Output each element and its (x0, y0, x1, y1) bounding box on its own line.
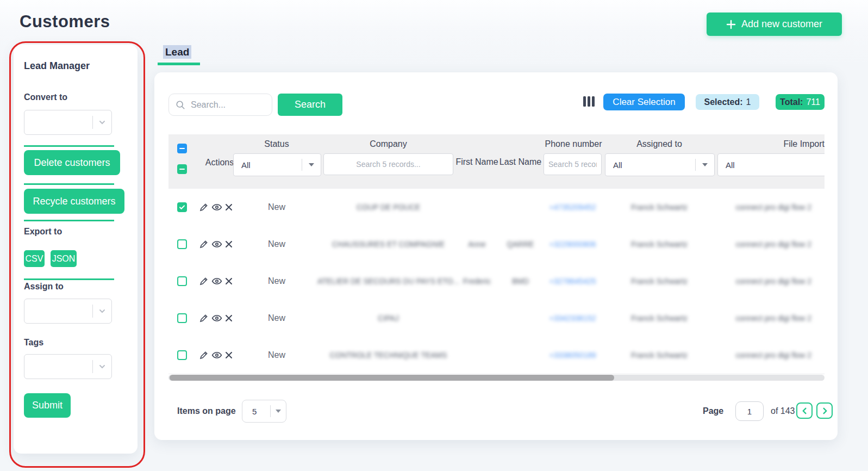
search-button-label: Search (295, 99, 326, 110)
delete-row-icon[interactable] (223, 263, 234, 300)
row-assigned-masked: Franck Schwartz (631, 277, 688, 286)
page-title: Customers (20, 12, 110, 32)
table-row: New CIPAJ +3342338152 Franck Schwartz co… (168, 300, 825, 337)
delete-customers-button[interactable]: Delete customers (24, 150, 120, 175)
edit-icon[interactable] (197, 337, 210, 374)
items-on-page-select[interactable]: 5 (242, 400, 286, 423)
divider (24, 278, 114, 280)
page-label: Page (703, 406, 723, 416)
assign-to-select[interactable] (24, 299, 112, 324)
delete-row-icon[interactable] (223, 226, 234, 263)
selected-count-badge: Selected: 1 (696, 94, 759, 110)
search-button[interactable]: Search (278, 94, 342, 116)
column-last-name: Last Name (497, 157, 544, 167)
chevron-down-icon (93, 363, 111, 370)
assigned-filter-select[interactable]: All (605, 153, 715, 176)
edit-icon[interactable] (197, 226, 210, 263)
row-file-import-masked: connect pro digi flow 2 (736, 240, 811, 249)
row-status: New (233, 337, 320, 374)
view-icon[interactable] (210, 226, 223, 263)
file-import-filter-value: All (718, 160, 825, 170)
page-number-input[interactable] (735, 401, 764, 421)
horizontal-scrollbar[interactable] (168, 375, 825, 381)
export-csv-button[interactable]: CSV (24, 250, 45, 267)
row-file-import-masked: connect pro digi flow 2 (736, 277, 811, 286)
deselect-all-checkbox[interactable] (177, 164, 187, 174)
table-row: New CONTROLE TECHNIQUE TEAMS +3338050189… (168, 337, 825, 374)
tab-lead-label: Lead (163, 45, 191, 59)
tags-select[interactable] (24, 354, 112, 379)
phone-filter-input[interactable] (544, 153, 602, 175)
previous-page-button[interactable] (796, 402, 813, 419)
row-company-masked: ATELIER DE SECOURS DU PAYS ETO... (317, 277, 459, 286)
table-header: Actions Status All Company First Name La… (168, 134, 825, 189)
row-checkbox[interactable] (177, 276, 187, 286)
row-checkbox[interactable] (177, 239, 187, 249)
company-filter-input[interactable] (323, 153, 453, 175)
next-page-button[interactable] (816, 402, 833, 419)
recycle-customers-button[interactable]: Recycle customers (24, 189, 124, 214)
export-json-button[interactable]: JSON (51, 250, 77, 267)
clear-selection-button[interactable]: Clear Selection (603, 94, 685, 110)
selected-label: Selected: (704, 97, 742, 107)
page-total-label: of 143 (771, 406, 795, 416)
chevron-down-icon (93, 307, 111, 315)
total-label: Total: (780, 97, 803, 107)
tab-active-underline (158, 63, 200, 65)
delete-row-icon[interactable] (223, 300, 234, 337)
row-company-masked: CHAUSSURES ET COMPAGNIE (332, 240, 445, 249)
export-json-label: JSON (52, 254, 76, 264)
tab-lead[interactable]: Lead (163, 46, 191, 58)
triangle-down-icon (696, 163, 714, 166)
select-all-checkbox[interactable] (177, 144, 187, 153)
delete-row-icon[interactable] (223, 337, 234, 374)
row-phone-masked[interactable]: +4735209452 (549, 203, 596, 212)
view-icon[interactable] (210, 300, 223, 337)
view-icon[interactable] (210, 263, 223, 300)
chevron-down-icon (93, 119, 111, 126)
column-file-import: File Import (743, 139, 825, 149)
submit-button[interactable]: Submit (24, 393, 71, 418)
clear-selection-label: Clear Selection (613, 97, 675, 108)
row-phone-masked[interactable]: +3278645425 (549, 277, 596, 286)
edit-icon[interactable] (197, 300, 210, 337)
view-icon[interactable] (210, 189, 223, 226)
add-new-customer-button[interactable]: Add new customer (707, 13, 842, 36)
row-checkbox[interactable] (177, 350, 187, 360)
edit-icon[interactable] (197, 263, 210, 300)
delete-row-icon[interactable] (223, 189, 234, 226)
scrollbar-thumb[interactable] (170, 375, 614, 381)
divider (24, 220, 114, 221)
table-row: New COUP DE POUCE +4735209452 Franck Sch… (168, 189, 825, 226)
column-phone: Phone number (530, 139, 617, 149)
column-assigned-to: Assigned to (605, 139, 714, 149)
divider (24, 183, 114, 185)
row-status: New (233, 300, 320, 337)
row-company-masked: COUP DE POUCE (357, 203, 420, 212)
file-import-filter-select[interactable]: All (717, 153, 825, 176)
status-filter-select[interactable]: All (233, 153, 321, 176)
column-first-name: First Name (454, 157, 500, 167)
row-last-name-masked: QARRE (507, 240, 534, 249)
row-last-name-masked: BMD (512, 277, 529, 286)
row-phone-masked[interactable]: +3342338152 (549, 314, 596, 323)
columns-icon[interactable] (583, 96, 595, 107)
chevron-left-icon (801, 407, 808, 414)
assigned-filter-value: All (605, 160, 695, 170)
row-status: New (233, 189, 320, 226)
edit-icon[interactable] (197, 189, 210, 226)
column-company: Company (323, 139, 453, 149)
assign-to-label: Assign to (24, 282, 64, 292)
search-input[interactable] (190, 100, 257, 110)
row-checkbox[interactable] (177, 202, 187, 212)
row-phone-masked[interactable]: +3229000806 (549, 240, 596, 249)
total-value: 711 (806, 97, 820, 107)
row-first-name-masked: Anne (468, 240, 486, 249)
row-checkbox[interactable] (177, 313, 187, 323)
row-phone-masked[interactable]: +3338050189 (549, 351, 596, 360)
convert-to-select[interactable] (24, 110, 112, 135)
row-company-masked: CONTROLE TECHNIQUE TEAMS (330, 351, 447, 360)
view-icon[interactable] (210, 337, 223, 374)
divider (24, 145, 114, 147)
lead-manager-title: Lead Manager (24, 60, 90, 72)
